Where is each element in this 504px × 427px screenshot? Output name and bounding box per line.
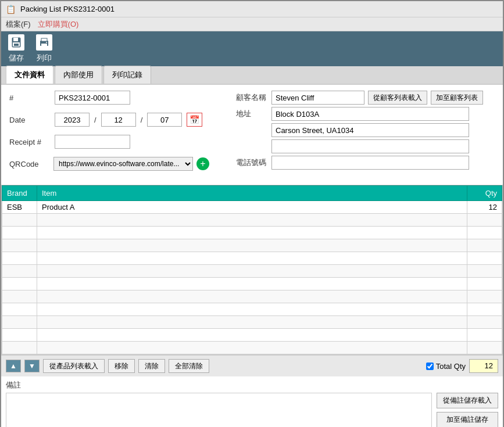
clear-all-button[interactable]: 全部清除 xyxy=(169,359,209,373)
item-cell[interactable] xyxy=(37,278,467,290)
remove-button[interactable]: 移除 xyxy=(108,359,135,373)
customer-name-input[interactable] xyxy=(271,91,364,105)
table-row[interactable] xyxy=(2,239,502,252)
toolbar: 儲存 列印 xyxy=(1,31,503,66)
table-row[interactable] xyxy=(2,214,502,227)
qr-add-button[interactable]: + xyxy=(196,157,209,170)
qty-header: Qty xyxy=(467,186,502,201)
brand-cell[interactable] xyxy=(2,239,37,252)
total-qty-label: Total Qty xyxy=(436,362,466,371)
brand-cell[interactable] xyxy=(2,265,37,278)
brand-cell[interactable] xyxy=(2,316,37,329)
address-line1-input[interactable] xyxy=(271,107,469,121)
svg-rect-5 xyxy=(41,38,47,41)
receipt-input[interactable] xyxy=(55,135,130,149)
item-cell[interactable] xyxy=(37,252,467,265)
customer-name-row: 顧客名稱 從顧客列表載入 加至顧客列表 xyxy=(236,91,495,105)
qty-cell[interactable] xyxy=(467,290,502,303)
date-day-input[interactable] xyxy=(147,113,182,127)
total-qty-checkbox[interactable] xyxy=(426,363,434,370)
remarks-textarea[interactable] xyxy=(6,393,432,427)
save-remarks-button[interactable]: 加至備註儲存 xyxy=(437,412,498,427)
id-label: # xyxy=(9,94,50,102)
item-cell[interactable] xyxy=(37,290,467,303)
calendar-button[interactable]: 📅 xyxy=(187,113,202,127)
tab-doc[interactable]: 文件資料 xyxy=(6,66,53,84)
address-line3-input[interactable] xyxy=(271,139,469,153)
table-row[interactable] xyxy=(2,265,502,278)
item-cell[interactable] xyxy=(37,342,467,354)
qty-cell[interactable] xyxy=(467,303,502,316)
qty-cell[interactable] xyxy=(467,214,502,227)
item-header: Item xyxy=(37,186,467,201)
qty-cell[interactable] xyxy=(467,278,502,290)
qty-cell[interactable] xyxy=(467,227,502,239)
print-label: 列印 xyxy=(37,53,52,63)
table-row[interactable] xyxy=(2,290,502,303)
move-up-button[interactable]: ▲ xyxy=(6,360,21,372)
qty-cell[interactable]: 12 xyxy=(467,201,502,214)
qty-cell[interactable] xyxy=(467,329,502,342)
item-cell[interactable] xyxy=(37,214,467,227)
from-product-list-button[interactable]: 從產品列表載入 xyxy=(43,359,105,373)
form-section: # Date / / 📅 Receipt # xyxy=(1,85,503,185)
qty-cell[interactable] xyxy=(467,252,502,265)
menu-file[interactable]: 檔案(F) xyxy=(6,19,31,30)
svg-rect-6 xyxy=(41,44,47,46)
remarks-section: 備註 從備註儲存載入 加至備註儲存 xyxy=(1,376,503,427)
item-cell[interactable]: Product A xyxy=(37,201,467,214)
table-row[interactable] xyxy=(2,227,502,239)
table-row[interactable]: ESB Product A 12 xyxy=(2,201,502,214)
table-row[interactable] xyxy=(2,342,502,354)
qty-cell[interactable] xyxy=(467,239,502,252)
brand-cell[interactable] xyxy=(2,342,37,354)
load-remarks-button[interactable]: 從備註儲存載入 xyxy=(437,393,498,408)
date-month-input[interactable] xyxy=(101,113,136,127)
phone-row: 電話號碼 xyxy=(236,156,495,170)
qr-select[interactable]: https://www.evinco-software.com/late... xyxy=(53,157,193,171)
title-bar: 📋 Packing List PKS2312-0001 xyxy=(1,1,503,17)
date-label: Date xyxy=(9,116,50,124)
item-cell[interactable] xyxy=(37,227,467,239)
address-label: 地址 xyxy=(236,109,268,119)
brand-cell[interactable] xyxy=(2,214,37,227)
from-customer-list-button[interactable]: 從顧客列表載入 xyxy=(368,91,427,105)
menu-buy[interactable]: 立即購買(O) xyxy=(38,19,79,30)
save-button[interactable]: 儲存 xyxy=(8,34,24,63)
brand-cell[interactable] xyxy=(2,329,37,342)
table-row[interactable] xyxy=(2,316,502,329)
brand-cell[interactable]: ESB xyxy=(2,201,37,214)
table-row[interactable] xyxy=(2,303,502,316)
item-cell[interactable] xyxy=(37,316,467,329)
save-label: 儲存 xyxy=(9,53,24,63)
brand-cell[interactable] xyxy=(2,303,37,316)
item-cell[interactable] xyxy=(37,239,467,252)
phone-input[interactable] xyxy=(271,156,469,170)
brand-cell[interactable] xyxy=(2,252,37,265)
brand-cell[interactable] xyxy=(2,290,37,303)
qty-cell[interactable] xyxy=(467,265,502,278)
item-cell[interactable] xyxy=(37,329,467,342)
table-row[interactable] xyxy=(2,278,502,290)
move-down-button[interactable]: ▼ xyxy=(24,360,40,372)
address-line2-input[interactable] xyxy=(271,123,469,137)
table-row[interactable] xyxy=(2,329,502,342)
qty-cell[interactable] xyxy=(467,316,502,329)
item-cell[interactable] xyxy=(37,303,467,316)
table-row[interactable] xyxy=(2,252,502,265)
clear-button[interactable]: 清除 xyxy=(138,359,165,373)
id-input[interactable] xyxy=(55,91,130,105)
tab-print-log[interactable]: 列印記錄 xyxy=(103,66,151,84)
tab-internal[interactable]: 內部使用 xyxy=(55,66,102,84)
bottom-bar: ▲ ▼ 從產品列表載入 移除 清除 全部清除 Total Qty 12 xyxy=(1,355,503,376)
brand-cell[interactable] xyxy=(2,227,37,239)
add-to-customer-list-button[interactable]: 加至顧客列表 xyxy=(431,91,483,105)
brand-cell[interactable] xyxy=(2,278,37,290)
address-row-1: 地址 xyxy=(236,107,495,121)
qty-cell[interactable] xyxy=(467,342,502,354)
save-icon xyxy=(8,34,24,51)
item-cell[interactable] xyxy=(37,265,467,278)
print-button[interactable]: 列印 xyxy=(36,34,52,63)
total-qty-checkbox-label[interactable]: Total Qty xyxy=(426,362,466,371)
date-year-input[interactable] xyxy=(55,113,90,127)
